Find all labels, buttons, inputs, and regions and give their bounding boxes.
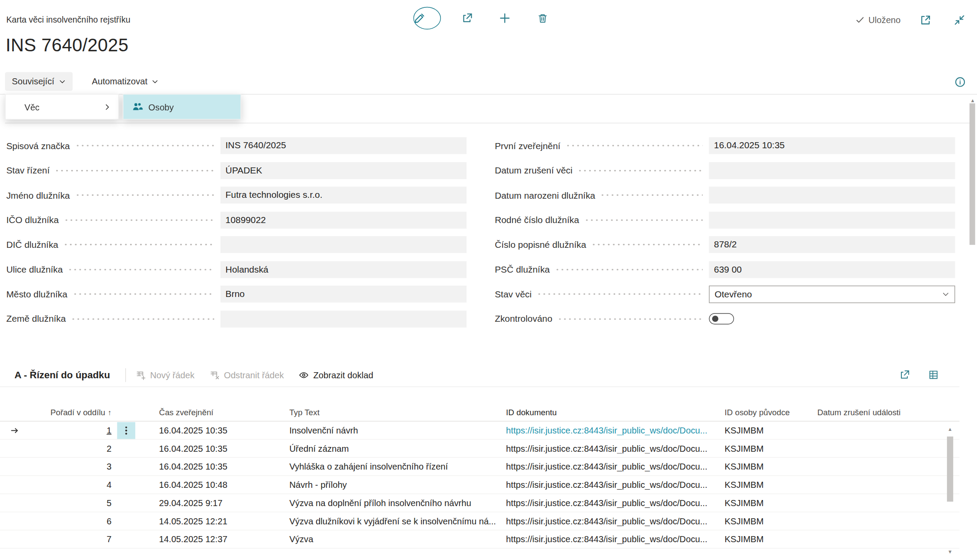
field-label: Spisová značka xyxy=(5,140,70,150)
edit-button[interactable] xyxy=(413,7,441,30)
cell-time: 16.04.2025 10:48 xyxy=(140,480,284,490)
cell-document-link[interactable]: https://isir.justice.cz:8443/isir_public… xyxy=(501,516,719,526)
cell-order[interactable]: 5 xyxy=(24,498,112,508)
delete-row-button[interactable]: Odstranit řádek xyxy=(210,370,284,380)
field-value[interactable]: Brno xyxy=(220,286,467,303)
field-value[interactable]: INS 7640/2025 xyxy=(220,137,467,154)
field-value[interactable]: 878/2 xyxy=(709,236,955,253)
cell-type: Výzva na doplnění příloh insolvenčního n… xyxy=(284,498,501,508)
table-row[interactable]: 1 16.04.2025 10:35 Insolvenční návrh htt… xyxy=(0,421,960,440)
column-header-document[interactable]: ID dokumentu xyxy=(501,408,719,417)
form-field: Rodné číslo dlužníka xyxy=(494,211,955,228)
cell-document-link[interactable]: https://isir.justice.cz:8443/isir_public… xyxy=(501,425,719,435)
table-scrollbar-thumb[interactable] xyxy=(947,437,953,502)
menu-item-vec[interactable]: Věc xyxy=(6,95,118,119)
dotted-leader xyxy=(75,194,214,196)
cell-time: 16.04.2025 10:35 xyxy=(140,443,284,453)
field-value[interactable] xyxy=(709,162,955,179)
cell-order[interactable]: 4 xyxy=(24,480,112,490)
info-icon xyxy=(954,77,966,88)
menu-related[interactable]: Související xyxy=(5,72,73,91)
table-row[interactable]: 7 14.05.2025 12:37 Výzva https://isir.ju… xyxy=(0,530,960,549)
info-button[interactable] xyxy=(952,74,968,90)
cell-order[interactable]: 2 xyxy=(24,443,112,453)
dotted-leader xyxy=(600,194,703,196)
row-ellipsis-button[interactable] xyxy=(117,422,135,439)
field-value[interactable]: Futra technologies s.r.o. xyxy=(220,187,467,203)
field-value[interactable] xyxy=(709,187,955,203)
menu-item-osoby-label: Osoby xyxy=(148,102,173,112)
form-field: PSČ dlužníka 639 00 xyxy=(494,261,955,278)
cell-order[interactable]: 3 xyxy=(24,462,112,472)
delete-button[interactable] xyxy=(531,7,554,30)
stav-veci-select[interactable]: Otevřeno xyxy=(709,285,955,303)
field-value[interactable]: 16.04.2025 10:35 xyxy=(709,137,955,154)
share-button[interactable] xyxy=(456,7,479,30)
field-value[interactable]: 10899022 xyxy=(220,211,467,228)
field-label: IČO dlužníka xyxy=(5,215,59,225)
column-header-origin[interactable]: ID osoby původce xyxy=(719,408,813,417)
cell-origin: KSJIMBM xyxy=(719,480,813,490)
cell-order[interactable]: 7 xyxy=(24,534,112,544)
column-header-type[interactable]: Typ Text xyxy=(284,408,501,417)
chevron-down-icon xyxy=(152,78,159,85)
sort-ascending-icon: ↑ xyxy=(108,408,112,417)
share-list-button[interactable] xyxy=(897,367,912,383)
cell-order[interactable]: 1 xyxy=(24,425,112,435)
zkontrolovano-toggle[interactable] xyxy=(709,313,734,324)
table-row[interactable]: 5 29.04.2025 9:17 Výzva na doplnění příl… xyxy=(0,494,960,512)
table-row[interactable]: 6 14.05.2025 12:21 Výzva dlužníkovi k vy… xyxy=(0,512,960,530)
cell-document-link[interactable]: https://isir.justice.cz:8443/isir_public… xyxy=(501,480,719,490)
table-scrollbar[interactable]: ▲ ▼ xyxy=(947,427,953,556)
cell-document-link[interactable]: https://isir.justice.cz:8443/isir_public… xyxy=(501,462,719,472)
new-button[interactable] xyxy=(494,7,516,30)
column-header-cancelled[interactable]: Datum zrušení události xyxy=(812,408,959,417)
share-icon xyxy=(899,370,910,380)
column-header-order[interactable]: Pořadí v oddílu↑ xyxy=(24,408,112,417)
menu-automate[interactable]: Automatizovat xyxy=(85,72,165,91)
scroll-up-arrow[interactable]: ▲ xyxy=(947,427,953,433)
table-row[interactable]: 3 16.04.2025 10:35 Vyhláška o zahájení i… xyxy=(0,458,960,476)
show-document-button[interactable]: Zobrazit doklad xyxy=(299,370,373,380)
scroll-down-arrow[interactable]: ▼ xyxy=(947,549,953,555)
field-value[interactable]: Holandská xyxy=(220,261,467,278)
dotted-leader xyxy=(537,293,703,295)
field-value[interactable]: 639 00 xyxy=(709,261,955,278)
menu-item-vec-label: Věc xyxy=(24,102,40,112)
menu-item-osoby[interactable]: Osoby xyxy=(123,95,240,119)
new-row-button[interactable]: Nový řádek xyxy=(136,370,194,380)
cell-order[interactable]: 6 xyxy=(24,516,112,526)
form-column-right: První zveřejnění 16.04.2025 10:35 Datum … xyxy=(494,137,955,335)
open-in-new-window-button[interactable] xyxy=(917,11,934,29)
open-in-excel-button[interactable] xyxy=(926,367,941,383)
cell-time: 16.04.2025 10:35 xyxy=(140,462,284,472)
field-label: Stav věci xyxy=(494,289,532,299)
cell-document-link[interactable]: https://isir.justice.cz:8443/isir_public… xyxy=(501,498,719,508)
trash-icon xyxy=(537,13,547,23)
app-root: Karta věci insolvenčního rejstříku xyxy=(0,0,977,560)
page-scrollbar[interactable]: ▲ xyxy=(970,98,975,556)
content-divider xyxy=(5,123,972,123)
field-value[interactable] xyxy=(220,236,467,253)
dotted-leader xyxy=(555,268,703,270)
collapse-button[interactable] xyxy=(951,11,968,29)
page-scrollbar-thumb[interactable] xyxy=(970,103,975,245)
dotted-leader xyxy=(64,219,214,220)
field-value[interactable]: ÚPADEK xyxy=(220,162,467,179)
field-value[interactable] xyxy=(220,310,467,327)
table-row[interactable]: 2 16.04.2025 10:35 Úřední záznam https:/… xyxy=(0,440,960,458)
field-label: Číslo popisné dlužníka xyxy=(494,240,586,250)
cell-document-link[interactable]: https://isir.justice.cz:8443/isir_public… xyxy=(501,534,719,544)
selected-row-arrow-icon xyxy=(10,426,19,435)
cell-document-link[interactable]: https://isir.justice.cz:8443/isir_public… xyxy=(501,443,719,453)
column-header-time[interactable]: Čas zveřejnění xyxy=(140,408,284,417)
dropdown-panel: Věc xyxy=(5,94,119,120)
dotted-leader xyxy=(68,268,214,270)
excel-table-icon xyxy=(928,370,938,380)
field-value[interactable] xyxy=(709,211,955,228)
list-toolbar: A - Řízení do úpadku Nový řádek Odstrani… xyxy=(0,363,960,387)
table-row[interactable]: 4 16.04.2025 10:48 Návrh - přílohy https… xyxy=(0,476,960,494)
form-field: První zveřejnění 16.04.2025 10:35 xyxy=(494,137,955,154)
form-field: IČO dlužníka 10899022 xyxy=(5,211,467,228)
cell-time: 14.05.2025 12:37 xyxy=(140,534,284,544)
